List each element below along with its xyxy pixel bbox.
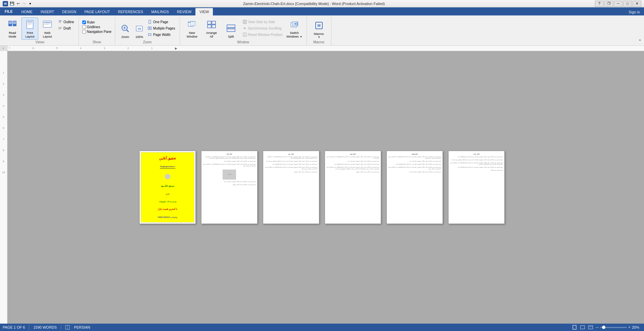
new-window-button[interactable]: NewWindow xyxy=(183,17,201,40)
svg-rect-14 xyxy=(28,23,32,23)
ruler-bar: L 7 · 6 · 5 · 4 · 3 · 2 · 1 · ▶ xyxy=(0,46,644,51)
svg-rect-69 xyxy=(581,326,585,329)
language-label: PERSIAN xyxy=(74,325,90,329)
reset-window-position-button[interactable]: Reset Window Position xyxy=(241,32,284,38)
svg-rect-26 xyxy=(58,27,62,28)
minimize-button[interactable]: ─ xyxy=(614,1,623,7)
tab-home[interactable]: HOME xyxy=(17,8,37,15)
document-page-5: فصل چهارم لورم ایپسوم متن ساختگی با تولی… xyxy=(386,151,443,224)
svg-text:M: M xyxy=(317,23,320,28)
svg-rect-53 xyxy=(245,20,246,23)
one-page-button[interactable]: One Page xyxy=(146,19,177,25)
ruler-corner-icon[interactable]: L xyxy=(0,46,7,51)
ad-line2: فایل xyxy=(166,193,170,195)
restore-button[interactable]: ❐ xyxy=(604,1,613,7)
document-page-1: تحقیق آنلاین Tahghighonline.ir مرجع دانل… xyxy=(139,151,196,224)
tab-mailings[interactable]: MAILINGS xyxy=(147,8,173,15)
split-button[interactable]: Split xyxy=(222,17,240,40)
document-page-6: فصل پنجم لورم ایپسوم متن ساختگی با تولید… xyxy=(448,151,505,224)
svg-rect-8 xyxy=(13,23,16,23)
ad-line4: با کمترین قیمت بازار xyxy=(158,208,177,210)
multiple-pages-button[interactable]: Multiple Pages xyxy=(146,25,177,31)
ribbon-group-window: NewWindow ArrangeAll xyxy=(180,17,307,45)
tab-view[interactable]: VIEW xyxy=(195,8,213,15)
svg-rect-20 xyxy=(44,23,51,23)
ruler-scroll-right[interactable]: ▶ xyxy=(175,47,177,50)
tab-page-layout[interactable]: PAGE LAYOUT xyxy=(80,8,114,15)
collapse-ribbon-button[interactable]: ▲ xyxy=(637,38,643,42)
language-indicator-icon xyxy=(65,325,70,330)
svg-rect-21 xyxy=(44,24,51,24)
zoom-out-button[interactable]: ─ xyxy=(596,325,599,330)
help-button[interactable]: ? xyxy=(595,1,604,7)
sync-scrolling-button[interactable]: Synchronous Scrolling xyxy=(241,25,284,31)
zoom-in-button[interactable]: + xyxy=(628,325,631,330)
svg-rect-23 xyxy=(59,20,61,21)
gridlines-checkbox[interactable]: Gridlines xyxy=(82,25,112,29)
macros-group-label: Macros xyxy=(310,40,328,45)
customize-icon[interactable]: ▼ xyxy=(28,1,33,6)
print-layout-status-button[interactable] xyxy=(571,324,578,330)
svg-rect-49 xyxy=(227,25,235,28)
outline-button[interactable]: Outline xyxy=(56,19,76,25)
close-button[interactable]: ✕ xyxy=(633,1,641,7)
signin-link[interactable]: Sign in xyxy=(625,9,644,15)
svg-rect-48 xyxy=(212,25,216,28)
pages-row: تحقیق آنلاین Tahghighonline.ir مرجع دانل… xyxy=(133,137,511,237)
web-layout-status-button[interactable] xyxy=(588,324,594,330)
ribbon-group-macros: M Macros ▼ Macros xyxy=(307,17,331,45)
zoom-group-label: Zoom xyxy=(118,40,177,45)
svg-rect-45 xyxy=(208,21,211,24)
undo-icon[interactable]: ↩ xyxy=(15,1,21,6)
svg-rect-52 xyxy=(243,20,244,23)
switch-windows-button[interactable]: SwitchWindows ▼ xyxy=(285,17,304,40)
svg-rect-22 xyxy=(44,25,49,25)
svg-rect-19 xyxy=(44,22,51,23)
svg-rect-27 xyxy=(58,28,62,29)
draft-button[interactable]: Draft xyxy=(56,25,76,31)
window-group-label: Window xyxy=(183,40,304,45)
view-side-by-side-button[interactable]: View Side by Side xyxy=(241,19,284,25)
svg-rect-3 xyxy=(9,22,12,22)
ad-title: تحقیق آنلاین xyxy=(159,156,176,160)
svg-rect-7 xyxy=(13,22,16,22)
tab-insert[interactable]: INSERT xyxy=(37,8,58,15)
redo-icon[interactable]: ↪ xyxy=(21,1,27,6)
svg-rect-16 xyxy=(28,25,31,25)
zoom-slider[interactable] xyxy=(600,327,627,328)
ad-line5: واتساپ 09981366624 xyxy=(158,216,177,218)
document-area: 1 2 3 4 5 6 7 8 9 10 تحقیق آنلاین Tahghi… xyxy=(0,51,644,324)
tab-references[interactable]: REFERENCES xyxy=(114,8,147,15)
svg-rect-44 xyxy=(190,22,195,26)
macros-button[interactable]: M Macros ▼ xyxy=(310,17,328,40)
nav-pane-checkbox[interactable]: Navigation Pane xyxy=(82,30,112,34)
ruler-checkbox[interactable]: Ruler xyxy=(82,20,112,25)
word-count: 1590 WORDS xyxy=(33,325,57,329)
svg-rect-28 xyxy=(58,29,61,29)
tab-review[interactable]: REVIEW xyxy=(173,8,195,15)
svg-rect-47 xyxy=(208,25,211,28)
maximize-button[interactable]: □ xyxy=(623,1,632,7)
ad-line3: ورد-پی دی اف - پاورپوشت xyxy=(159,200,176,202)
page-width-button[interactable]: Page Width xyxy=(146,32,177,38)
svg-rect-70 xyxy=(589,326,593,329)
document-page-4: فصل سوم لورم ایپسوم متن ساختگی با تولید … xyxy=(325,151,381,224)
title-bar: W 💾 ↩ ↪ ▼ Zamin-Electricki-Chah-Ert.docx… xyxy=(0,0,644,7)
print-layout-button[interactable]: Print Layout xyxy=(21,17,38,40)
web-layout-button[interactable]: Web Layout xyxy=(39,17,56,40)
save-icon[interactable]: 💾 xyxy=(9,1,15,6)
read-mode-button[interactable]: Read Mode xyxy=(4,17,21,40)
svg-rect-5 xyxy=(9,23,12,24)
arrange-all-button[interactable]: ArrangeAll xyxy=(202,17,221,40)
document-page-2: فصل اول لورم ایپسوم متن ساختگی با تولید … xyxy=(201,151,258,224)
full-reading-status-button[interactable] xyxy=(580,324,586,330)
zoom-100-button[interactable]: 100 100% xyxy=(133,17,145,40)
ribbon-group-zoom: Zoom 100 100% One Page xyxy=(115,17,180,45)
tab-file[interactable]: FILE xyxy=(0,7,17,15)
svg-rect-13 xyxy=(28,22,32,23)
svg-rect-2 xyxy=(9,21,12,22)
zoom-button[interactable]: Zoom xyxy=(118,17,133,40)
tab-design[interactable]: DESIGN xyxy=(58,8,80,15)
svg-rect-68 xyxy=(573,325,576,329)
ribbon-group-views: Read Mode Print Layout xyxy=(1,17,79,45)
